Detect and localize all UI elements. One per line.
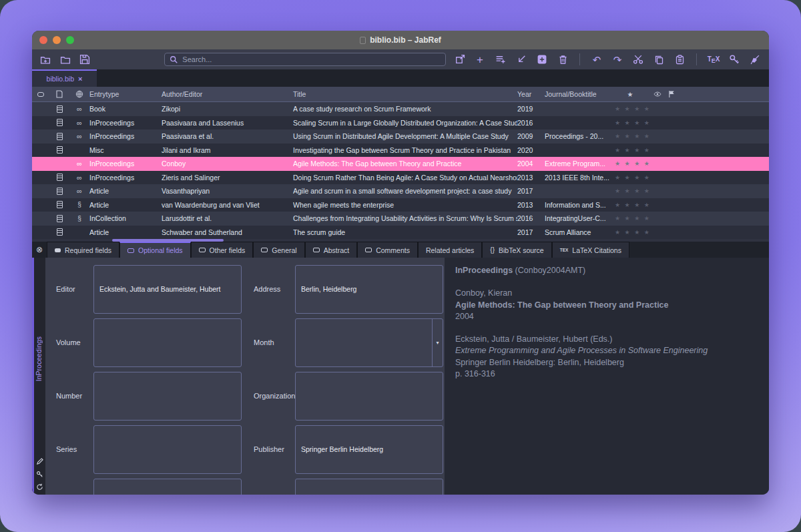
file-attached-icon [49, 228, 69, 236]
field-input[interactable]: Berlin, Heidelberg [295, 265, 443, 314]
entry-editor-tab[interactable]: Required fields [47, 242, 119, 258]
paste-button[interactable] [674, 53, 686, 65]
entry-editor-tab[interactable]: LaTeX Citations [552, 242, 629, 258]
tab-icon [313, 248, 320, 252]
push-to-tex-button[interactable]: TEX [708, 53, 720, 65]
close-entry-editor-button[interactable]: ⊗ [32, 242, 47, 258]
link-icon [69, 187, 89, 195]
table-horizontal-scrollbar[interactable] [32, 239, 769, 242]
new-entry-box-button[interactable] [536, 53, 548, 65]
author-cell: Larusdottir et al. [162, 214, 293, 222]
copy-button[interactable] [653, 53, 665, 65]
file-attached-icon [49, 188, 69, 195]
titlebar[interactable]: biblio.bib – JabRef [32, 31, 769, 49]
file-attached-icon [49, 215, 69, 222]
table-row[interactable]: InProceedings Conboy Agile Methods: The … [32, 157, 769, 171]
link-icon [69, 174, 89, 182]
author-column-header[interactable]: Author/Editor [162, 90, 293, 98]
tab-close-icon[interactable]: × [78, 75, 82, 83]
search-field[interactable] [164, 53, 445, 66]
field-input[interactable] [93, 425, 242, 474]
new-entry-button[interactable]: + [474, 53, 486, 65]
field-input[interactable] [93, 318, 242, 367]
field-input[interactable]: 316--316 [93, 479, 242, 495]
read-status-column-header[interactable] [32, 92, 49, 97]
table-row[interactable]: InProceedings Paasivaara et al. Using Sc… [32, 129, 769, 144]
rating-stars[interactable]: ★ ★ ★ ★ ★ [609, 119, 651, 126]
field-input[interactable] [295, 318, 443, 367]
file-icon [56, 90, 63, 98]
table-row[interactable]: Article Vasanthapriyan Agile and scrum i… [32, 184, 769, 198]
undo-button[interactable]: ↶ [591, 53, 603, 65]
jabref-window: biblio.bib – JabRef + [32, 31, 769, 495]
table-row[interactable]: InCollection Larusdottir et al. Challeng… [32, 212, 769, 226]
entry-editor-tab[interactable]: BibTeX source [482, 242, 551, 258]
entry-editor-tab[interactable]: Other fields [191, 242, 254, 258]
journal-cell: Proceedings - 20... [545, 132, 609, 140]
entry-editor-tab[interactable]: Abstract [305, 242, 358, 258]
entry-editor-tab[interactable]: General [253, 242, 304, 258]
field-value: Eckstein, Jutta and Baumeister, Hubert [99, 285, 221, 293]
dropdown-arrow-icon[interactable] [432, 319, 443, 366]
title-column-header[interactable]: Title [293, 90, 517, 98]
library-tab[interactable]: biblio.bib × [32, 69, 97, 87]
table-row[interactable]: Article van Waardenburg and van Vliet Wh… [32, 198, 769, 212]
tab-icon [261, 248, 268, 252]
main-toolbar: + ↶ ↷ TEX [32, 49, 769, 69]
author-cell: Schwaber and Sutherland [162, 228, 293, 236]
import-entries-button[interactable] [515, 53, 527, 65]
generate-citekey-button[interactable] [728, 53, 740, 65]
save-library-button[interactable] [79, 53, 90, 65]
open-library-button[interactable] [59, 53, 70, 65]
field-input[interactable] [93, 372, 242, 421]
entry-editor-tab[interactable]: Comments [357, 242, 418, 258]
entry-editor-form-pane: InProceedings Editor Eckstei [32, 258, 445, 495]
entrytype-column-header[interactable]: Entrytype [89, 90, 162, 98]
title-cell: Investigating the Gap between Scrum Theo… [293, 146, 517, 154]
file-column-header[interactable] [49, 90, 69, 98]
table-row[interactable]: InProceedings Zieris and Salinger Doing … [32, 171, 769, 185]
search-input[interactable] [182, 55, 440, 63]
refresh-icon[interactable] [36, 483, 44, 491]
year-cell: 2004 [517, 160, 545, 168]
field-input[interactable] [295, 372, 443, 421]
cut-button[interactable] [632, 53, 644, 65]
cleanup-entries-button[interactable] [749, 53, 761, 65]
field-input[interactable]: Springer Berlin Heidelberg [295, 425, 443, 474]
year-column-header[interactable]: Year [517, 90, 545, 98]
edit-icon[interactable] [36, 457, 44, 465]
web-column-header[interactable] [69, 90, 89, 98]
table-row[interactable]: Article Schwaber and Sutherland The scru… [32, 226, 769, 240]
link-icon [69, 105, 89, 113]
entry-editor-tab[interactable]: Related articles [418, 242, 482, 258]
rating-stars[interactable]: ★ ★ ★ ★ ★ [609, 229, 651, 236]
new-library-button[interactable] [40, 53, 51, 65]
new-entry-plaintext-button[interactable] [495, 53, 507, 65]
year-cell: 2013 [517, 174, 545, 182]
redo-button[interactable]: ↷ [611, 53, 623, 65]
priority-column-header[interactable] [651, 90, 664, 98]
ranking-column-header[interactable]: ★ [609, 91, 651, 98]
entry-editor-tab[interactable]: Optional fields [119, 242, 191, 258]
table-row[interactable]: InProceedings Paasivaara and Lassenius S… [32, 116, 769, 130]
rating-stars[interactable]: ★ ★ ★ ★ ★ [609, 133, 651, 140]
rating-stars[interactable]: ★ ★ ★ ★ ★ [609, 174, 651, 181]
scrollbar-thumb[interactable] [112, 239, 224, 242]
key-icon[interactable] [36, 470, 44, 478]
delete-entry-button[interactable] [557, 53, 569, 65]
rating-stars[interactable]: ★ ★ ★ ★ ★ [609, 215, 651, 222]
relevance-column-header[interactable] [664, 90, 679, 98]
flag-icon [668, 90, 676, 98]
table-row[interactable]: Book Zikopi A case study research on Scr… [32, 102, 769, 116]
rating-stars[interactable]: ★ ★ ★ ★ ★ [609, 147, 651, 154]
rating-stars[interactable]: ★ ★ ★ ★ ★ [609, 188, 651, 194]
rating-stars[interactable]: ★ ★ ★ ★ ★ [609, 160, 651, 167]
field-input[interactable]: Eckstein, Jutta and Baumeister, Hubert [93, 265, 242, 314]
rating-stars[interactable]: ★ ★ ★ ★ ★ [609, 105, 651, 112]
field-input[interactable] [295, 479, 443, 495]
read-status-icon [37, 92, 44, 97]
journal-column-header[interactable]: Journal/Booktitle [545, 90, 609, 98]
rating-stars[interactable]: ★ ★ ★ ★ ★ [609, 202, 651, 208]
table-row[interactable]: Misc Jilani and Ikram Investigating the … [32, 144, 769, 158]
open-search-window-icon[interactable] [455, 53, 465, 65]
